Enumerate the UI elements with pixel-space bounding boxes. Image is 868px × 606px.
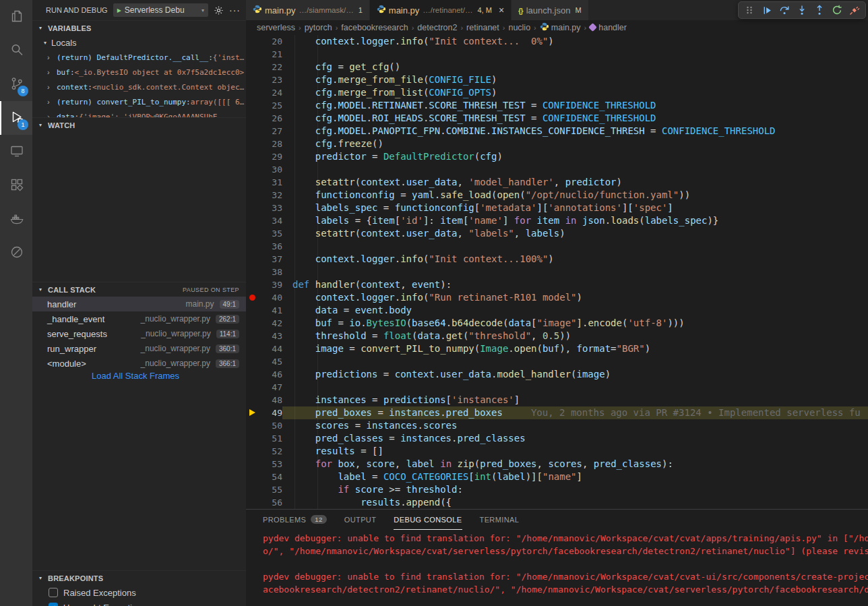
gutter-breakpoint-margin[interactable]: [246, 266, 261, 278]
gutter-breakpoint-margin[interactable]: [246, 214, 261, 227]
gutter-breakpoint-margin[interactable]: [246, 496, 261, 509]
close-icon[interactable]: ×: [499, 5, 504, 15]
activity-plugin-button[interactable]: [0, 236, 32, 270]
gutter-breakpoint-margin[interactable]: [246, 150, 261, 163]
activity-source-control-button[interactable]: 8: [0, 67, 32, 101]
panel-tab-terminal[interactable]: TERMINAL: [480, 510, 520, 530]
activity-extensions-button[interactable]: [0, 169, 32, 202]
gutter-breakpoint-margin[interactable]: [246, 419, 261, 432]
breadcrumb-label: handler: [598, 23, 627, 32]
breakpoint-checkbox[interactable]: ✓: [49, 603, 58, 606]
panel-tab-output[interactable]: OUTPUT: [344, 510, 377, 530]
variable-row[interactable]: ›buf: <_io.BytesIO object at 0x7f5a2dc1e…: [32, 65, 246, 80]
breadcrumb-separator: ›: [503, 24, 505, 32]
breadcrumb-item[interactable]: main.py: [540, 22, 581, 33]
panel-tab-debug-console[interactable]: DEBUG CONSOLE: [394, 510, 462, 530]
disconnect-button[interactable]: [846, 3, 863, 18]
more-actions-icon[interactable]: ···: [229, 5, 241, 16]
gutter-breakpoint-margin[interactable]: [246, 432, 261, 445]
breadcrumb-item[interactable]: pytorch: [305, 23, 332, 32]
variables-section-header[interactable]: ▾ VARIABLES: [32, 20, 246, 35]
gutter-breakpoint-margin[interactable]: [246, 317, 261, 330]
code-line: 33 labels_spec = functionconfig['metadat…: [246, 202, 868, 214]
gutter-breakpoint-margin[interactable]: [246, 368, 261, 381]
gutter-breakpoint-margin[interactable]: [246, 330, 261, 342]
breadcrumb-item[interactable]: retinanet: [466, 23, 499, 32]
drag-handle-button[interactable]: [741, 3, 757, 18]
gutter-breakpoint-margin[interactable]: [246, 202, 261, 214]
gutter-breakpoint-margin[interactable]: [246, 163, 261, 176]
gutter-breakpoint-margin[interactable]: [246, 304, 261, 317]
activity-search-button[interactable]: [0, 34, 32, 67]
gutter-breakpoint-margin[interactable]: [246, 176, 261, 189]
gutter-breakpoint-margin[interactable]: [246, 253, 261, 266]
callstack-frame[interactable]: _handle_event_nuclio_wrapper.py262:1: [32, 311, 246, 326]
callstack-frame[interactable]: serve_requests_nuclio_wrapper.py114:1: [32, 326, 246, 341]
gutter-breakpoint-margin[interactable]: [246, 355, 261, 368]
breadcrumb-item[interactable]: nuclio: [508, 23, 530, 32]
gutter-breakpoint-margin[interactable]: [246, 471, 261, 483]
gutter-breakpoint-margin[interactable]: [246, 48, 261, 61]
editor-tab[interactable]: main.py…/siammask/…1: [246, 0, 370, 20]
callstack-frame[interactable]: run_wrapper_nuclio_wrapper.py360:1: [32, 341, 246, 356]
step-over-button[interactable]: [776, 3, 793, 18]
line-number: 52: [261, 445, 282, 458]
gutter-breakpoint-margin[interactable]: [246, 73, 261, 86]
step-into-button[interactable]: [794, 3, 810, 18]
breadcrumb-item[interactable]: serverless: [257, 23, 295, 32]
gear-icon[interactable]: [214, 5, 224, 16]
gutter-breakpoint-margin[interactable]: [246, 227, 261, 240]
gutter-breakpoint-margin[interactable]: [246, 138, 261, 150]
editor-tab[interactable]: {}launch.jsonM: [512, 0, 589, 20]
gutter-breakpoint-margin[interactable]: [246, 86, 261, 99]
gutter-breakpoint-margin[interactable]: [246, 278, 261, 291]
activity-explorer-button[interactable]: [0, 0, 32, 34]
variable-row[interactable]: ›data: {'image': 'iVBORw0KGgoAAAANSUhE…: [32, 109, 246, 117]
launch-config-dropdown[interactable]: ▶ Serverless Debu ▾: [113, 3, 208, 17]
gutter-breakpoint-margin[interactable]: [246, 35, 261, 48]
start-debugging-icon[interactable]: ▶: [117, 7, 121, 13]
load-all-stack-frames-link[interactable]: Load All Stack Frames: [32, 371, 246, 384]
step-out-button[interactable]: [811, 3, 828, 18]
continue-button[interactable]: [759, 3, 775, 18]
problems-count-badge: 12: [311, 515, 326, 524]
variable-row[interactable]: ›(return) convert_PIL_to_numpy: array([[…: [32, 94, 246, 109]
restart-button[interactable]: [829, 3, 845, 18]
variable-colon: :: [208, 53, 213, 62]
gutter-breakpoint-margin[interactable]: [246, 483, 261, 496]
editor-tab[interactable]: main.py…/retinanet/…4, M×: [370, 0, 512, 20]
breadcrumb-item[interactable]: detectron2: [417, 23, 457, 32]
code-line: 45: [246, 355, 868, 368]
breakpoint-row[interactable]: Raised Exceptions: [32, 585, 246, 600]
variable-row[interactable]: ›context: <nuclio_sdk.context.Context ob…: [32, 80, 246, 94]
variable-row[interactable]: ›(return) DefaultPredictor.__call__: {'i…: [32, 50, 246, 65]
gutter-breakpoint-margin[interactable]: [246, 61, 261, 73]
callstack-frame[interactable]: handlermain.py49:1: [32, 297, 246, 311]
breakpoints-section-header[interactable]: ▾ BREAKPOINTS: [32, 570, 246, 585]
activity-remote-explorer-button[interactable]: [0, 135, 32, 169]
gutter-breakpoint-margin[interactable]: [246, 99, 261, 112]
variables-scope-locals[interactable]: ▾Locals: [32, 35, 246, 50]
code-text: predictor = DefaultPredictor(cfg): [282, 150, 868, 163]
activity-docker-button[interactable]: [0, 202, 32, 236]
gutter-breakpoint-margin[interactable]: [246, 406, 261, 419]
gutter-breakpoint-margin[interactable]: [246, 112, 261, 125]
breakpoint-checkbox[interactable]: [49, 588, 58, 597]
breakpoint-row[interactable]: ✓Uncaught Exceptions: [32, 600, 246, 606]
gutter-breakpoint-margin[interactable]: [246, 291, 261, 304]
gutter-breakpoint-margin[interactable]: [246, 342, 261, 355]
panel-tab-problems[interactable]: PROBLEMS12: [263, 510, 327, 530]
activity-run-and-debug-button[interactable]: 1: [0, 101, 32, 135]
gutter-breakpoint-margin[interactable]: [246, 189, 261, 202]
gutter-breakpoint-margin[interactable]: [246, 458, 261, 471]
gutter-breakpoint-margin[interactable]: [246, 125, 261, 138]
gutter-breakpoint-margin[interactable]: [246, 381, 261, 394]
gutter-breakpoint-margin[interactable]: [246, 394, 261, 406]
gutter-breakpoint-margin[interactable]: [246, 240, 261, 253]
gutter-breakpoint-margin[interactable]: [246, 445, 261, 458]
breadcrumb-item[interactable]: handler: [590, 23, 627, 32]
watch-section-header[interactable]: ▾ WATCH: [32, 117, 246, 132]
callstack-frame[interactable]: <module>_nuclio_wrapper.py366:1: [32, 356, 246, 371]
callstack-section-header[interactable]: ▾ CALL STACK PAUSED ON STEP: [32, 282, 246, 297]
breadcrumb-item[interactable]: facebookresearch: [341, 23, 408, 32]
